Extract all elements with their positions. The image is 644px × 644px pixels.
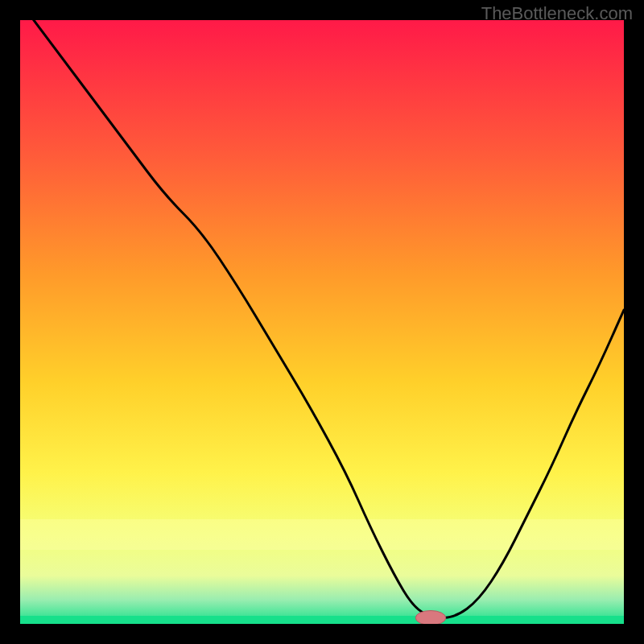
- plot-area: [20, 20, 624, 624]
- optimal-marker: [415, 611, 446, 625]
- highlight-band: [20, 519, 624, 550]
- watermark-text: TheBottleneck.com: [481, 3, 633, 24]
- chart-container: TheBottleneck.com: [0, 0, 644, 644]
- green-strip: [20, 616, 624, 624]
- chart-svg: [20, 20, 624, 624]
